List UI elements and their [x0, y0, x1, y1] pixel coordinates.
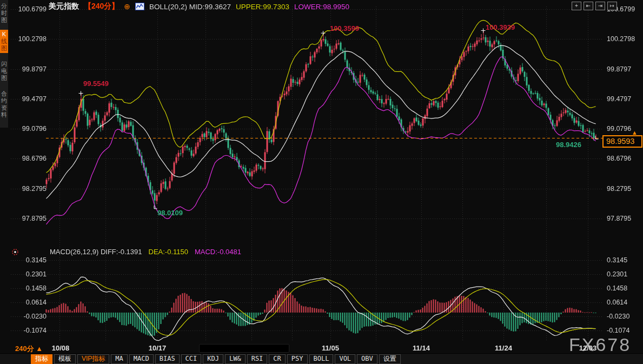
scrollbar-thumb[interactable]	[199, 344, 289, 353]
price-tick-left-1: 100.2798	[11, 35, 47, 43]
toolbar-item-LW&[interactable]: LW&	[225, 354, 246, 364]
toolbar-item-MACD[interactable]: MACD	[129, 354, 154, 364]
macd-tick-left-3: 0.0614	[11, 299, 47, 306]
date-label-4: 11/24	[495, 344, 512, 352]
toolbar-item-设置[interactable]: 设置	[379, 354, 401, 364]
scroll-right-icon[interactable]: ⇥	[595, 2, 605, 10]
toolbar-item-指标[interactable]: 指标	[31, 354, 52, 364]
chart-window: FX678 分时图K线图闪电图合约资料 美元指数 【240分】 ⊕ BOLL(2…	[0, 0, 643, 364]
date-label-3: 11/14	[413, 344, 430, 352]
period-label: 【240分】	[84, 2, 119, 11]
scroll-left-icon[interactable]: ⇤	[584, 2, 593, 10]
price-tick-right-1: 100.2798	[607, 35, 635, 43]
toolbar-item-CR[interactable]: CR	[269, 354, 285, 364]
price-tick-right-5: 98.6796	[607, 155, 631, 162]
price-tick-left-2: 99.8797	[11, 65, 47, 73]
sidebar-item-3[interactable]: 合约资料	[0, 89, 8, 120]
price-tick-left-5: 98.6796	[11, 155, 47, 162]
current-price-box: 98.9593	[602, 135, 642, 148]
timeframe-label[interactable]: 240分 ▲	[15, 344, 43, 354]
sidebar-item-2[interactable]: 闪电图	[0, 59, 8, 83]
date-label-0: 10/08	[52, 344, 70, 352]
price-tick-left-3: 99.4797	[11, 95, 47, 103]
toolbar-item-模板[interactable]: 模板	[54, 354, 76, 364]
toolbar-item-VOL[interactable]: VOL	[335, 354, 355, 364]
boll-chart-icon	[135, 3, 144, 10]
toolbar-item-PSY[interactable]: PSY	[287, 354, 308, 364]
toolbar-item-OBV[interactable]: OBV	[357, 354, 377, 364]
low-label-3: 98.0109	[157, 209, 183, 217]
boll-mid-value: BOLL(20,2) MID:99.3627	[149, 3, 231, 11]
date-label-5: 12/03	[579, 344, 597, 352]
date-label-1: 10/17	[149, 344, 167, 352]
price-chart-canvas[interactable]	[0, 0, 643, 364]
sidebar-item-1[interactable]: K线图	[0, 30, 8, 53]
macd-tick-right-1: 0.2301	[607, 270, 627, 278]
sidebar-item-0[interactable]: 分时图	[0, 2, 8, 25]
macd-header: MACD(26,12,9) DIFF:-0.1391 DEA:-0.1150 M…	[50, 248, 241, 256]
macd-value: MACD:-0.0481	[195, 248, 241, 256]
price-tick-right-3: 99.4797	[607, 95, 631, 103]
low-label-4: 98.9426	[556, 141, 581, 149]
boll-upper-value: UPPER:99.7303	[236, 3, 289, 11]
toolbar-item-VIP指标[interactable]: VIP指标	[77, 354, 109, 364]
price-tick-left-4: 99.0796	[11, 125, 47, 133]
price-tick-right-7: 97.8795	[607, 215, 631, 222]
price-tick-left-7: 97.8795	[11, 215, 47, 222]
price-tick-right-4: 99.0796	[607, 125, 631, 133]
macd-tick-right-3: 0.0614	[607, 299, 627, 306]
high-label-0: 99.5549	[83, 80, 109, 88]
toolbar-item-BIAS[interactable]: BIAS	[155, 354, 180, 364]
toolbar-item-CCI[interactable]: CCI	[181, 354, 202, 364]
macd-tick-right-2: 0.1458	[607, 284, 627, 292]
toolbar-item-KDJ[interactable]: KDJ	[203, 354, 223, 364]
high-label-1: 100.3599	[330, 24, 359, 32]
toolbar-item-RSI[interactable]: RSI	[247, 354, 268, 364]
add-indicator-icon[interactable]: ⊕	[124, 2, 130, 11]
macd-tick-right-4: -0.0230	[607, 313, 629, 320]
macd-tick-left-1: 0.2301	[11, 270, 47, 278]
sidebar: 分时图K线图闪电图合约资料	[0, 0, 8, 128]
price-tick-right-2: 99.8797	[607, 65, 631, 73]
macd-tick-left-5: -0.1074	[11, 327, 47, 334]
macd-tick-right-5: -0.1074	[607, 327, 629, 334]
indicator-toolbar: 指标模板VIP指标MAMACDBIASCCIKDJLW&RSICRPSYBOLL…	[0, 353, 643, 364]
date-label-2: 11/05	[322, 344, 339, 352]
boll-lower-value: LOWER:98.9950	[294, 3, 349, 11]
price-tick-left-0: 100.6799	[11, 5, 47, 13]
chart-tool-buttons: +⇤⇥↦	[572, 2, 617, 10]
goto-latest-icon[interactable]: ↦	[607, 2, 617, 10]
topbar: 美元指数 【240分】 ⊕ BOLL(20,2) MID:99.3627 UPP…	[49, 2, 349, 11]
watermark: FX678	[569, 334, 631, 355]
toolbar-item-BOLL[interactable]: BOLL	[309, 354, 334, 364]
price-up-arrow-icon: ▲	[632, 129, 638, 136]
symbol-title: 美元指数	[49, 2, 79, 11]
macd-tick-right-0: 0.3145	[607, 256, 627, 264]
high-label-2: 100.3939	[486, 23, 515, 31]
macd-tick-left-2: 0.1458	[11, 284, 47, 292]
macd-tick-left-4: -0.0230	[11, 313, 47, 320]
pan-icon[interactable]: +	[572, 2, 581, 10]
macd-settings-icon[interactable]	[11, 248, 19, 258]
toolbar-item-MA[interactable]: MA	[111, 354, 127, 364]
price-tick-right-6: 98.2795	[607, 185, 631, 193]
macd-dea-value: DEA:-0.1150	[149, 248, 188, 256]
macd-diff-value: MACD(26,12,9) DIFF:-0.1391	[50, 248, 142, 256]
price-tick-left-6: 98.2795	[11, 185, 47, 193]
